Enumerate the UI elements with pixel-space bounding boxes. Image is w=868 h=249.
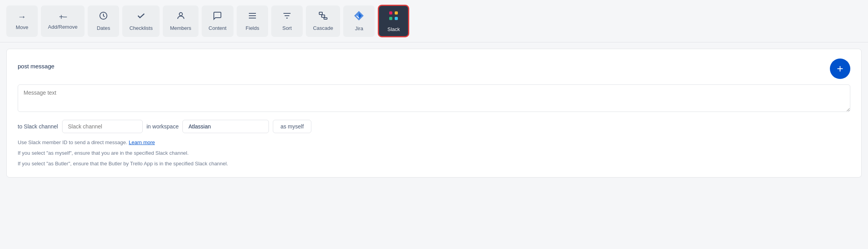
message-textarea[interactable]: [18, 84, 850, 112]
channel-row: to Slack channel in workspace as myself: [18, 120, 850, 133]
slack-channel-input[interactable]: [62, 120, 143, 133]
members-button[interactable]: Members: [163, 5, 198, 37]
workspace-label: in workspace: [147, 123, 179, 130]
jira-label: Jira: [355, 26, 363, 31]
channel-label-prefix: to Slack channel: [18, 123, 58, 130]
add-remove-label: Add/Remove: [48, 24, 77, 30]
add-remove-icon: +−: [59, 13, 66, 22]
svg-rect-13: [389, 17, 392, 20]
sort-label: Sort: [282, 25, 292, 31]
svg-rect-8: [319, 12, 322, 15]
svg-point-1: [179, 13, 182, 16]
content-wrapper: post message + to Slack channel in works…: [18, 59, 850, 168]
jira-icon: [354, 11, 364, 23]
content-label: Content: [209, 25, 227, 31]
svg-rect-10: [324, 18, 327, 19]
fields-icon: [248, 11, 257, 23]
content-button[interactable]: Content: [202, 5, 234, 37]
move-label: Move: [16, 24, 28, 30]
checklists-label: Checklists: [129, 25, 153, 31]
svg-rect-14: [395, 17, 398, 20]
info-line-1: Use Slack member ID to send a direct mes…: [18, 139, 850, 147]
slack-label: Slack: [388, 26, 400, 32]
move-icon: →: [18, 12, 26, 22]
cascade-label: Cascade: [313, 25, 333, 31]
jira-button[interactable]: Jira: [343, 5, 375, 37]
add-button[interactable]: +: [830, 59, 850, 79]
toolbar: → Move +− Add/Remove Dates Checklists: [0, 0, 868, 42]
checklists-button[interactable]: Checklists: [122, 5, 160, 37]
as-myself-button[interactable]: as myself: [273, 120, 311, 133]
sort-icon: [282, 11, 292, 23]
section-title: post message: [18, 63, 54, 70]
cascade-button[interactable]: Cascade: [306, 5, 340, 37]
info-line-3: If you select "as Butler", ensure that t…: [18, 160, 850, 168]
content-area: post message + to Slack channel in works…: [6, 49, 862, 178]
info-line-2: If you select "as myself", ensure that y…: [18, 149, 850, 157]
members-icon: [176, 11, 186, 23]
fields-label: Fields: [246, 25, 259, 31]
add-remove-button[interactable]: +− Add/Remove: [41, 5, 85, 37]
dates-icon: [99, 11, 108, 23]
svg-rect-12: [395, 11, 398, 15]
move-button[interactable]: → Move: [6, 5, 38, 37]
members-label: Members: [170, 25, 191, 31]
checklists-icon: [136, 11, 146, 23]
svg-rect-11: [389, 11, 392, 15]
sort-button[interactable]: Sort: [271, 5, 303, 37]
dates-label: Dates: [97, 25, 110, 31]
cascade-icon: [318, 11, 328, 23]
workspace-input[interactable]: [182, 120, 269, 133]
info-line-1-text: Use Slack member ID to send a direct mes…: [18, 139, 127, 145]
dates-button[interactable]: Dates: [88, 5, 119, 37]
learn-more-link[interactable]: Learn more: [129, 139, 155, 145]
slack-icon: [388, 10, 399, 24]
info-section: Use Slack member ID to send a direct mes…: [18, 139, 850, 168]
top-row: post message +: [18, 59, 850, 79]
svg-rect-9: [322, 15, 325, 17]
slack-button[interactable]: Slack: [378, 5, 409, 37]
fields-button[interactable]: Fields: [237, 5, 268, 37]
content-icon: [213, 11, 222, 23]
